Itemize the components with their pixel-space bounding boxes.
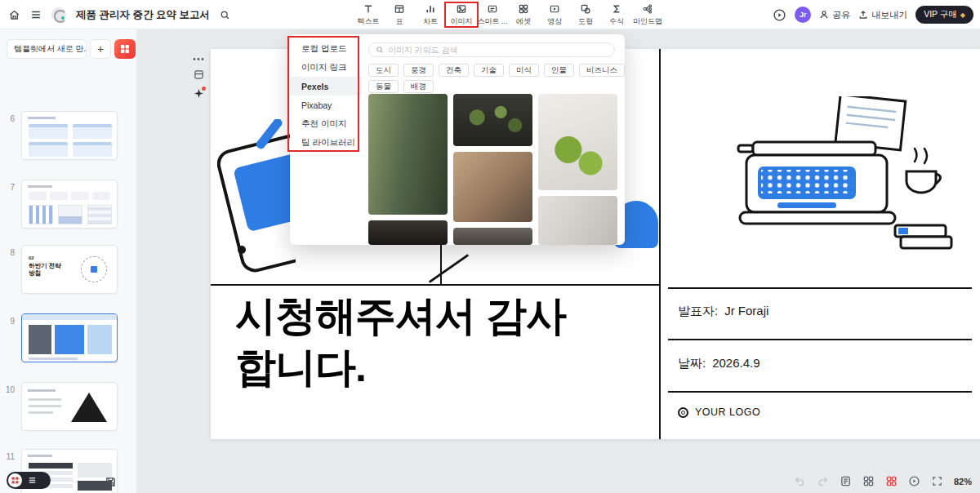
list-view-toggle[interactable]	[28, 476, 37, 485]
app-window: 제품 관리자 중간 요약 보고서 텍스트 표 차트 이미지	[0, 0, 980, 493]
fullscreen-button[interactable]	[931, 475, 943, 487]
tool-smart[interactable]: 스마트 ...	[477, 0, 508, 29]
presenter-row[interactable]: 발표자: Jr Foraji	[678, 304, 768, 319]
tool-label: 마인드맵	[633, 16, 662, 27]
tool-formula[interactable]: 수식	[601, 0, 632, 29]
image-search-box	[368, 42, 615, 57]
slide-row-7: 7	[0, 180, 137, 230]
search-icon[interactable]	[220, 10, 230, 20]
menu-item-image-link[interactable]: 이미지 링크	[290, 58, 362, 77]
tag-landscape[interactable]: 풍경	[403, 64, 434, 77]
photo-green-apples[interactable]	[538, 94, 617, 190]
tool-table[interactable]: 표	[384, 0, 415, 29]
slide-thumbnail-6[interactable]	[21, 111, 118, 160]
tag-people[interactable]: 인물	[544, 64, 574, 77]
slide-divider-horizontal	[211, 284, 661, 286]
template-market-button[interactable]	[114, 39, 136, 59]
slide-thumbnail-7[interactable]	[21, 180, 118, 229]
grid-layout-button[interactable]	[862, 475, 875, 487]
slide-thumbnail-8[interactable]: 02 하반기 전략 방침	[21, 245, 118, 294]
video-icon	[549, 3, 560, 15]
home-icon[interactable]	[8, 9, 20, 21]
row-line-2	[668, 339, 972, 340]
play-demo-icon[interactable]	[773, 8, 786, 22]
present-button[interactable]	[908, 475, 920, 487]
photo-flower-basket[interactable]	[453, 94, 532, 146]
ai-assistant-button[interactable]	[194, 88, 204, 99]
notes-button[interactable]	[840, 475, 852, 487]
menu-item-local-upload[interactable]: 로컬 업로드	[290, 39, 362, 58]
vip-purchase-button[interactable]: VIP 구매 ◆	[915, 6, 973, 24]
date-value: 2026.4.9	[712, 356, 760, 371]
tool-chart[interactable]: 차트	[415, 0, 446, 29]
tag-architecture[interactable]: 건축	[439, 64, 469, 77]
tool-image[interactable]: 이미지	[446, 0, 477, 29]
slide-row-6: 6	[0, 111, 137, 162]
tag-animal[interactable]: 동물	[368, 80, 399, 93]
tag-food[interactable]: 미식	[509, 64, 539, 77]
slide-row-10: 10	[0, 382, 137, 433]
tag-business[interactable]: 비즈니스	[579, 64, 625, 77]
text-icon	[363, 3, 374, 15]
logo-row[interactable]: YOUR LOGO	[678, 406, 760, 418]
tool-label: 텍스트	[358, 16, 380, 27]
share-button[interactable]: 공유	[819, 9, 850, 21]
slide-number: 11	[0, 452, 15, 461]
photo-white-fabric[interactable]	[538, 196, 617, 245]
view-toggle	[7, 472, 51, 489]
tablet-illustration[interactable]	[217, 119, 296, 278]
menu-item-pixabay[interactable]: Pixabay	[290, 95, 362, 114]
tag-technology[interactable]: 기술	[474, 64, 504, 77]
menu-item-team-library[interactable]: 팀 라이브러리	[290, 133, 362, 152]
grid-view-icon	[11, 477, 19, 484]
grid-view-toggle[interactable]	[8, 473, 22, 487]
user-avatar[interactable]: Jr	[795, 7, 811, 23]
thumbnail-graphic	[22, 383, 117, 430]
tool-label: 에셋	[516, 16, 531, 27]
card-layout-button[interactable]	[194, 69, 204, 80]
tool-text[interactable]: 텍스트	[353, 0, 384, 29]
slide-number: 7	[0, 183, 15, 192]
zoom-level[interactable]: 82%	[954, 477, 972, 486]
redo-button[interactable]	[817, 475, 829, 487]
menu-item-pexels[interactable]: Pexels	[290, 77, 362, 95]
menu-icon[interactable]	[30, 9, 42, 20]
slide-thumbnail-10[interactable]	[21, 382, 118, 431]
save-button[interactable]	[105, 476, 117, 488]
date-row[interactable]: 날짜: 2026.4.9	[678, 356, 760, 371]
image-search-input[interactable]	[388, 46, 608, 55]
add-slide-button[interactable]: +	[90, 39, 111, 59]
thanks-textbox[interactable]: 시청해주셔서 감사 합니다.	[235, 291, 566, 393]
photo-cafe-cut[interactable]	[453, 228, 532, 245]
thumbnail-graphic	[22, 314, 117, 362]
image-icon	[456, 3, 467, 15]
slide-thumbnail-9[interactable]	[21, 313, 118, 362]
tag-background[interactable]: 배경	[403, 80, 434, 93]
slide-number: 10	[0, 385, 15, 394]
photo-woman-with-phone[interactable]	[453, 152, 532, 222]
keyword-tags-row2: 동물 배경	[368, 80, 434, 93]
tool-mindmap[interactable]: 마인드맵	[632, 0, 663, 29]
slide-mini-toolbar	[191, 57, 206, 99]
photo-column-3	[538, 94, 617, 245]
keyword-tags-row1: 도시 풍경 건축 기술 미식 인물 비즈니스	[368, 64, 625, 77]
tag-city[interactable]: 도시	[368, 64, 399, 77]
photo-dark-street[interactable]	[368, 220, 448, 245]
thumbnail-graphic	[22, 180, 117, 228]
image-insert-panel: 로컬 업로드 이미지 링크 Pexels Pixabay 추천 이미지 팀 라이…	[290, 34, 625, 245]
topbar: 제품 관리자 중간 요약 보고서 텍스트 표 차트 이미지	[0, 0, 980, 29]
tool-video[interactable]: 영상	[539, 0, 570, 29]
typewriter-illustration[interactable]	[701, 96, 954, 264]
document-title[interactable]: 제품 관리자 중간 요약 보고서	[76, 8, 210, 22]
menu-item-recommended[interactable]: 추천 이미지	[290, 114, 362, 133]
export-button[interactable]: 내보내기	[858, 9, 907, 21]
photo-woman-in-window[interactable]	[368, 94, 448, 215]
tool-shape[interactable]: 도형	[570, 0, 601, 29]
new-from-template-button[interactable]: 템플릿에서 새로 만...	[7, 39, 87, 59]
thumbnail-graphic: 02 하반기 전략 방침	[22, 246, 117, 293]
slide-sorter-button-active[interactable]	[885, 475, 898, 487]
tool-asset[interactable]: 에셋	[508, 0, 539, 29]
more-options-button[interactable]	[193, 57, 204, 61]
person-icon	[819, 10, 829, 20]
undo-button[interactable]	[794, 475, 806, 487]
